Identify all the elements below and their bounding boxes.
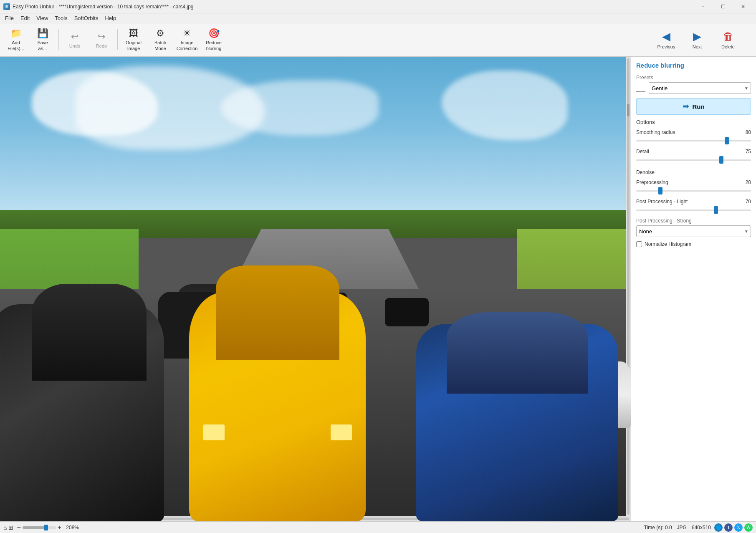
car-dark-left <box>0 266 164 521</box>
add-files-label: Add File(s)... <box>8 40 24 51</box>
time-label: Time (s): <box>644 525 664 530</box>
detail-section: Detail 75 <box>636 149 751 164</box>
original-image-button[interactable]: 🖼 Original Image <box>121 25 146 54</box>
preprocessing-slider[interactable] <box>636 187 751 195</box>
maximize-button[interactable]: ☐ <box>713 0 733 13</box>
globe-icon[interactable]: 🌐 <box>714 523 723 532</box>
vscrollbar-thumb[interactable] <box>627 104 630 116</box>
app-icon: E <box>3 3 10 10</box>
redo-button[interactable]: ↪ Redo <box>89 25 114 54</box>
preprocessing-value: 20 <box>746 179 751 185</box>
window-title: Easy Photo Unblur - ****Unregistered ver… <box>13 4 693 10</box>
delete-button[interactable]: 🗑 Delete <box>713 25 743 54</box>
previous-label: Previous <box>657 44 675 49</box>
whatsapp-icon[interactable]: W <box>744 523 753 532</box>
social-icons: 🌐 f 𝕏 W <box>714 523 753 532</box>
previous-button[interactable]: ◀ Previous <box>652 25 681 54</box>
zoom-minus-button[interactable]: − <box>17 524 20 531</box>
delete-label: Delete <box>721 44 735 49</box>
status-bar: ⌂ ⊞ − + 208% Time (s): 0.0 JPG 640x510 🌐… <box>0 521 756 533</box>
detail-slider[interactable] <box>636 156 751 164</box>
batch-mode-label: Batch Mode <box>154 40 166 51</box>
image-correction-icon: ☀ <box>183 28 191 39</box>
delete-icon: 🗑 <box>723 30 733 43</box>
add-files-button[interactable]: 📁 Add File(s)... <box>3 25 28 54</box>
toolbar-separator-2 <box>117 29 118 50</box>
save-as-button[interactable]: 💾 Save as... <box>30 25 55 54</box>
post-light-section: Post Processing - Light 70 <box>636 199 751 214</box>
next-button[interactable]: ▶ Next <box>683 25 712 54</box>
panel-title: Reduce blurring <box>636 62 751 69</box>
image-area <box>0 57 631 521</box>
undo-label: Undo <box>69 43 80 48</box>
zoom-plus-button[interactable]: + <box>58 524 61 531</box>
status-left-icons: ⌂ ⊞ <box>3 524 13 531</box>
run-button[interactable]: ➡ Run <box>636 98 751 115</box>
next-label: Next <box>693 44 702 49</box>
presets-section: Presets ⎯⎯ Gentle Normal Strong Custom ▼ <box>636 75 751 94</box>
close-button[interactable]: ✕ <box>733 0 753 13</box>
menu-help[interactable]: Help <box>101 14 119 22</box>
zoom-thumb[interactable] <box>44 525 48 530</box>
run-arrow-icon: ➡ <box>683 102 689 111</box>
status-grid-icon[interactable]: ⊞ <box>8 524 13 531</box>
facebook-icon[interactable]: f <box>724 523 733 532</box>
zoom-fill <box>23 526 46 529</box>
undo-button[interactable]: ↩ Undo <box>62 25 87 54</box>
original-image-icon: 🖼 <box>129 28 138 39</box>
detail-value: 75 <box>746 149 751 154</box>
reduce-blurring-button[interactable]: 🎯 Reduce blurring <box>201 25 226 54</box>
menu-softorbits[interactable]: SoftOrbits <box>71 14 102 22</box>
preprocessing-label: Preprocessing <box>636 179 668 185</box>
menu-edit[interactable]: Edit <box>17 14 33 22</box>
run-label: Run <box>692 103 704 110</box>
presets-label: Presets <box>636 75 751 81</box>
post-strong-section: Post Processing - Strong None Light Medi… <box>636 218 751 237</box>
main-layout: Reduce blurring Presets ⎯⎯ Gentle Normal… <box>0 57 756 521</box>
zoom-controls: − + 208% <box>17 524 82 531</box>
normalize-histogram-section: Normalize Histogram <box>636 241 751 247</box>
minimize-button[interactable]: − <box>693 0 713 13</box>
post-light-value: 70 <box>746 199 751 205</box>
status-home-icon[interactable]: ⌂ <box>3 524 7 531</box>
twitter-icon[interactable]: 𝕏 <box>734 523 743 532</box>
toolbar-separator-1 <box>58 29 59 50</box>
image-correction-button[interactable]: ☀ Image Correction <box>174 25 200 54</box>
original-image-label: Original Image <box>126 40 142 51</box>
smoothing-radius-slider[interactable] <box>636 137 751 144</box>
vscrollbar-track <box>627 58 630 515</box>
presets-select-wrapper: Gentle Normal Strong Custom ▼ <box>649 82 751 94</box>
time-value: 0.0 <box>665 525 672 530</box>
normalize-histogram-label[interactable]: Normalize Histogram <box>645 241 691 247</box>
smoothing-radius-section: Smoothing radius 80 <box>636 129 751 144</box>
menu-view[interactable]: View <box>33 14 51 22</box>
options-title: Options <box>636 119 751 125</box>
menu-tools[interactable]: Tools <box>51 14 71 22</box>
right-panel: Reduce blurring Presets ⎯⎯ Gentle Normal… <box>631 57 756 521</box>
batch-mode-icon: ⚙ <box>156 28 164 39</box>
previous-icon: ◀ <box>662 30 670 43</box>
post-light-slider[interactable] <box>636 206 751 214</box>
car-formula-2 <box>385 275 429 326</box>
post-strong-select[interactable]: None Light Medium Strong <box>636 225 751 237</box>
toolbar: 📁 Add File(s)... 💾 Save as... ↩ Undo ↪ R… <box>0 23 756 57</box>
batch-mode-button[interactable]: ⚙ Batch Mode <box>148 25 173 54</box>
reduce-blurring-label: Reduce blurring <box>206 40 222 51</box>
post-light-header: Post Processing - Light 70 <box>636 199 751 205</box>
denoise-label: Denoise <box>636 169 751 175</box>
post-strong-select-wrapper: None Light Medium Strong ▼ <box>636 225 751 237</box>
next-icon: ▶ <box>693 30 701 43</box>
preprocessing-section: Preprocessing 20 <box>636 179 751 195</box>
car-yellow-main <box>189 252 366 521</box>
menu-file[interactable]: File <box>2 14 17 22</box>
detail-header: Detail 75 <box>636 149 751 154</box>
normalize-histogram-checkbox[interactable] <box>636 241 642 247</box>
presets-sliders-icon: ⎯⎯ <box>636 84 645 93</box>
detail-label: Detail <box>636 149 649 154</box>
redo-label: Redo <box>96 43 107 48</box>
window-controls: − ☐ ✕ <box>693 0 753 13</box>
presets-select[interactable]: Gentle Normal Strong Custom <box>649 82 751 94</box>
vertical-scrollbar[interactable] <box>626 57 631 516</box>
undo-icon: ↩ <box>71 31 78 42</box>
save-icon: 💾 <box>37 28 48 39</box>
